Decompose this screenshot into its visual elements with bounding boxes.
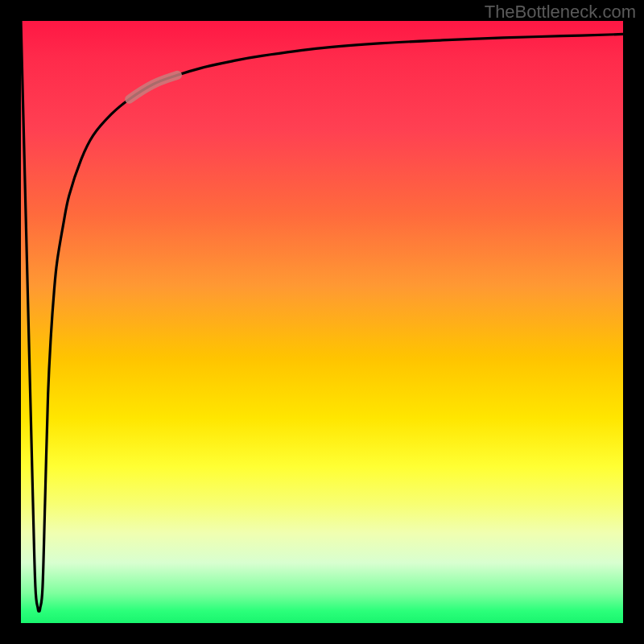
attribution-label: TheBottleneck.com (485, 2, 636, 23)
curve-highlight-segment (130, 75, 178, 99)
chart-frame: TheBottleneck.com (0, 0, 644, 644)
chart-curve-layer (21, 21, 623, 623)
bottleneck-curve (21, 21, 623, 611)
